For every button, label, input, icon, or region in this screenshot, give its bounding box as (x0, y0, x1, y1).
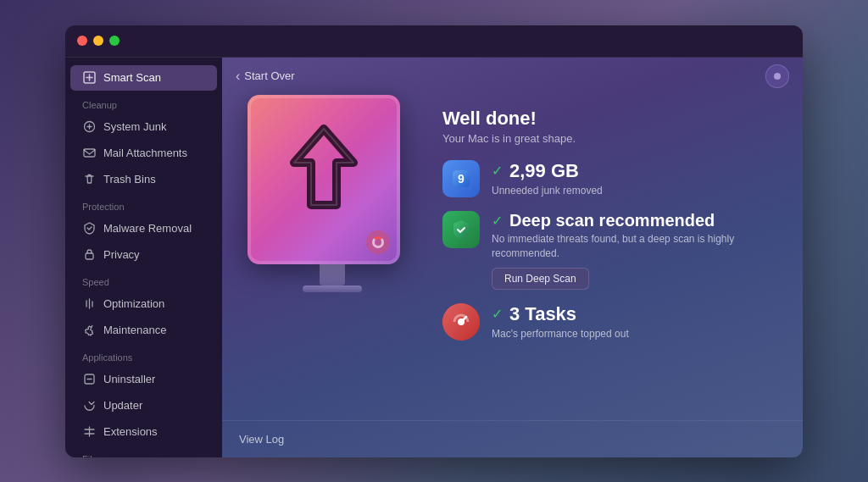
privacy-icon (82, 248, 96, 262)
sidebar-item-system-junk[interactable]: System Junk (70, 114, 217, 140)
desktop-background: Smart Scan Cleanup System Junk (0, 0, 868, 482)
tasks-card-desc: Mac's performance topped out (492, 327, 777, 341)
mail-attachments-icon (82, 147, 96, 160)
result-subtitle: Your Mac is in great shape. (442, 132, 777, 145)
imac-y-logo (273, 112, 375, 230)
back-button[interactable]: ‹ Start Over (236, 69, 295, 84)
sidebar-item-mail-attachments[interactable]: Mail Attachments (70, 141, 217, 166)
sidebar-item-smart-scan[interactable]: Smart Scan (70, 65, 217, 91)
trash-bins-label: Trash Bins (103, 173, 156, 186)
junk-card-desc: Unneeded junk removed (492, 184, 777, 198)
optimization-icon (82, 297, 96, 311)
run-deep-scan-button[interactable]: Run Deep Scan (492, 268, 589, 290)
traffic-lights (77, 36, 120, 46)
app-window: Smart Scan Cleanup System Junk (65, 25, 803, 457)
tasks-card: ✓ 3 Tasks Mac's performance topped out (442, 303, 777, 341)
junk-card-title: 2,99 GB (509, 160, 579, 182)
imac-base (303, 285, 362, 292)
junk-icon: 9 (442, 160, 480, 197)
junk-removed-card: 9 (442, 160, 777, 198)
imac-image (248, 95, 417, 315)
security-checkmark-icon: ✓ (492, 213, 503, 229)
maximize-button[interactable] (109, 36, 120, 46)
speed-section-label: Speed (65, 269, 222, 291)
security-card-header: ✓ Deep scan recommended (492, 211, 777, 230)
tasks-card-content: ✓ 3 Tasks Mac's performance topped out (492, 303, 777, 341)
mac-illustration (239, 95, 426, 315)
applications-section-label: Applications (65, 344, 222, 366)
spinner-decoration (366, 230, 390, 254)
system-junk-icon (82, 120, 96, 134)
maintenance-label: Maintenance (103, 324, 166, 336)
updater-icon (82, 399, 96, 413)
back-chevron-icon: ‹ (236, 69, 240, 84)
content-area: Smart Scan Cleanup System Junk (65, 58, 803, 457)
tasks-checkmark-icon: ✓ (492, 306, 503, 322)
extensions-icon (82, 425, 96, 439)
close-button[interactable] (77, 36, 87, 46)
main-bottom: View Log (222, 420, 803, 457)
smart-scan-label: Smart Scan (103, 71, 161, 84)
result-title: Well done! (442, 108, 777, 130)
imac-stand (320, 264, 345, 285)
uninstaller-icon (82, 373, 96, 386)
extensions-label: Extensions (103, 425, 158, 438)
sidebar-item-updater[interactable]: Updater (70, 393, 217, 418)
cleanup-section-label: Cleanup (65, 91, 222, 114)
view-log-button[interactable]: View Log (239, 433, 284, 446)
privacy-label: Privacy (103, 248, 140, 261)
svg-text:9: 9 (458, 172, 465, 186)
smart-scan-icon (82, 71, 96, 85)
minimize-button[interactable] (93, 36, 103, 46)
junk-card-content: ✓ 2,99 GB Unneeded junk removed (492, 160, 777, 198)
updater-label: Updater (103, 399, 142, 412)
sidebar-item-privacy[interactable]: Privacy (70, 242, 217, 268)
malware-removal-icon (82, 222, 96, 235)
main-panel: ‹ Start Over (222, 58, 803, 457)
junk-checkmark-icon: ✓ (492, 163, 503, 179)
settings-button[interactable] (765, 64, 789, 88)
sidebar-item-malware-removal[interactable]: Malware Removal (70, 216, 217, 241)
trash-bins-icon (82, 173, 96, 186)
system-junk-label: System Junk (103, 120, 166, 133)
sidebar-item-extensions[interactable]: Extensions (70, 419, 217, 445)
malware-removal-label: Malware Removal (103, 222, 192, 235)
main-topbar: ‹ Start Over (222, 58, 803, 95)
results-area: Well done! Your Mac is in great shape. 9 (442, 103, 777, 355)
security-card-title: Deep scan recommended (509, 211, 715, 230)
main-body: Well done! Your Mac is in great shape. 9 (222, 95, 803, 420)
sidebar: Smart Scan Cleanup System Junk (65, 58, 222, 457)
security-icon (442, 211, 480, 248)
spinner-inner (372, 236, 384, 248)
settings-dot-icon (774, 73, 781, 80)
protection-section-label: Protection (65, 193, 222, 215)
sidebar-item-uninstaller[interactable]: Uninstaller (70, 367, 217, 392)
deep-scan-card: ✓ Deep scan recommended No immediate thr… (442, 211, 777, 290)
maintenance-icon (82, 324, 96, 337)
tasks-card-title: 3 Tasks (509, 303, 576, 325)
files-section-label: Files (65, 446, 222, 457)
imac-screen (248, 95, 400, 264)
svg-rect-2 (84, 149, 95, 157)
tasks-icon (442, 303, 480, 341)
optimization-label: Optimization (103, 297, 164, 310)
sidebar-item-optimization[interactable]: Optimization (70, 291, 217, 317)
tasks-card-header: ✓ 3 Tasks (492, 303, 777, 325)
svg-rect-3 (86, 253, 93, 259)
security-card-desc: No immediate threats found, but a deep s… (492, 232, 777, 261)
titlebar (65, 25, 803, 58)
junk-card-header: ✓ 2,99 GB (492, 160, 777, 182)
sidebar-item-maintenance[interactable]: Maintenance (70, 318, 217, 343)
mail-attachments-label: Mail Attachments (103, 147, 187, 159)
security-card-content: ✓ Deep scan recommended No immediate thr… (492, 211, 777, 290)
sidebar-item-trash-bins[interactable]: Trash Bins (70, 167, 217, 192)
uninstaller-label: Uninstaller (103, 373, 155, 385)
back-label: Start Over (244, 69, 294, 82)
